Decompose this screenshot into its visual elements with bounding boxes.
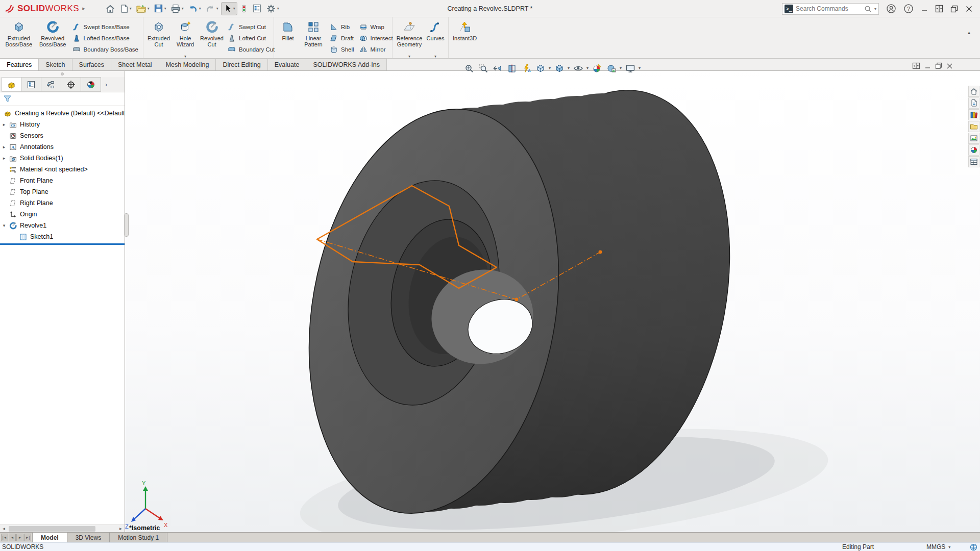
panel-splitter-handle[interactable] — [124, 213, 129, 237]
curves-flyout-arrow[interactable]: ▾ — [434, 54, 436, 59]
search-commands-box[interactable]: >_ ▾ — [782, 3, 879, 15]
close-document-button[interactable] — [946, 63, 953, 69]
options-button[interactable]: ▾ — [264, 2, 281, 15]
task-pane-home-tab[interactable] — [968, 86, 979, 97]
swept-boss-base-button[interactable]: Swept Boss/Base — [72, 22, 138, 33]
revolved-boss-base-button[interactable]: Revolved Boss/Base — [36, 18, 70, 58]
home-button[interactable] — [104, 2, 117, 15]
panel-splitter-grip[interactable] — [0, 71, 125, 77]
task-pane-custom-properties-tab[interactable] — [968, 156, 979, 167]
new-document-button[interactable]: ▾ — [118, 2, 133, 15]
tree-item-solid-bodies[interactable]: ▸ Solid Bodies(1) — [0, 153, 125, 164]
select-tool-button[interactable]: ▾ — [221, 2, 237, 15]
scrollbar-thumb[interactable] — [9, 526, 95, 532]
expand-arrow-icon[interactable]: ▸ — [0, 122, 8, 127]
tab-3d-views[interactable]: 3D Views — [67, 533, 110, 542]
previous-view-button[interactable] — [491, 62, 504, 74]
tab-evaluate[interactable]: Evaluate — [268, 59, 307, 70]
tree-item-root[interactable]: Creating a Revolve (Default) <<Default> — [0, 108, 125, 119]
help-button[interactable]: ? — [903, 4, 914, 14]
hole-wizard-flyout-arrow[interactable]: ▾ — [184, 54, 186, 59]
view-settings-dropdown-arrow[interactable]: ▾ — [639, 66, 641, 70]
lofted-boss-base-button[interactable]: Lofted Boss/Base — [72, 33, 138, 44]
tree-horizontal-scrollbar[interactable]: ◄ ► — [0, 524, 125, 532]
tab-display-manager[interactable] — [81, 77, 101, 92]
redo-button[interactable]: ▾ — [204, 2, 220, 15]
tab-feature-manager-tree[interactable] — [2, 77, 21, 92]
collapse-arrow-icon[interactable]: ▾ — [0, 223, 8, 228]
tab-mesh-modeling[interactable]: Mesh Modeling — [159, 59, 216, 70]
close-button[interactable] — [965, 5, 973, 13]
minimize-document-button[interactable] — [924, 63, 931, 69]
next-tab-button[interactable]: ► — [16, 534, 23, 541]
hole-wizard-button[interactable]: Hole Wizard ▾ — [172, 18, 199, 58]
tab-solidworks-add-ins[interactable]: SOLIDWORKS Add-Ins — [306, 59, 387, 70]
model-3d-scene[interactable]: Y X Z — [125, 71, 980, 532]
display-settings-button[interactable] — [251, 2, 263, 15]
extruded-boss-base-button[interactable]: Extruded Boss/Base — [2, 18, 36, 58]
tree-item-origin[interactable]: Origin — [0, 209, 125, 220]
lofted-cut-button[interactable]: Lofted Cut — [228, 33, 275, 44]
login-button[interactable] — [886, 4, 896, 14]
reference-geometry-flyout-arrow[interactable]: ▾ — [408, 54, 410, 59]
expand-arrow-icon[interactable]: ▸ — [0, 156, 8, 161]
task-pane-appearances-tab[interactable] — [968, 144, 979, 156]
curves-button[interactable]: Curves ▾ — [424, 18, 447, 58]
hide-show-items-button[interactable] — [572, 62, 584, 74]
search-input[interactable] — [796, 5, 862, 12]
tab-property-manager[interactable] — [21, 77, 41, 92]
ribbon-collapse-arrow[interactable]: ▴ — [968, 30, 970, 35]
tab-motion-study-1[interactable]: Motion Study 1 — [110, 533, 167, 542]
open-button[interactable]: ▾ — [134, 2, 151, 15]
display-style-dropdown-arrow[interactable]: ▾ — [568, 66, 570, 70]
logo-flyout-arrow[interactable]: ▸ — [82, 5, 85, 12]
panel-tabs-flyout-arrow[interactable]: › — [101, 77, 111, 92]
view-orientation-dropdown-arrow[interactable]: ▾ — [549, 66, 551, 70]
task-pane-design-library-tab[interactable] — [968, 109, 979, 120]
restore-document-button[interactable] — [935, 62, 942, 69]
web-help-globe-icon[interactable] — [970, 543, 977, 551]
view-orientation-button[interactable] — [534, 62, 547, 74]
shell-button[interactable]: Shell — [330, 44, 354, 55]
rebuild-button[interactable] — [238, 2, 250, 15]
task-pane-view-palette-tab[interactable] — [968, 133, 979, 144]
tree-item-revolve1[interactable]: ▾ Revolve1 — [0, 220, 125, 231]
tree-item-history[interactable]: ▸ History — [0, 119, 125, 130]
swept-cut-button[interactable]: Swept Cut — [228, 22, 275, 33]
tab-dimxpert-manager[interactable] — [61, 77, 81, 92]
boundary-boss-base-button[interactable]: Boundary Boss/Base — [72, 44, 138, 55]
intersect-button[interactable]: Intersect — [359, 33, 393, 44]
search-dropdown-arrow[interactable]: ▾ — [874, 7, 876, 11]
units-dropdown-arrow[interactable]: ▾ — [948, 545, 950, 549]
tab-model[interactable]: Model — [32, 533, 67, 542]
revolved-cut-button[interactable]: Revolved Cut — [199, 18, 225, 58]
undo-button[interactable]: ▾ — [186, 2, 203, 15]
dynamic-annotation-views-button[interactable]: A — [520, 62, 532, 74]
rib-button[interactable]: Rib — [330, 22, 354, 33]
tab-features[interactable]: Features — [0, 59, 39, 70]
tree-item-sensors[interactable]: Sensors — [0, 130, 125, 141]
previous-tab-button[interactable]: ◄ — [9, 534, 16, 541]
fillet-button[interactable]: Fillet — [276, 18, 300, 58]
zoom-to-fit-button[interactable] — [462, 62, 475, 74]
tree-item-annotations[interactable]: ▸ A Annotations — [0, 141, 125, 153]
filter-funnel-icon[interactable] — [3, 94, 12, 103]
tree-item-top-plane[interactable]: Top Plane — [0, 186, 125, 197]
print-button[interactable]: ▾ — [169, 2, 185, 15]
mirror-button[interactable]: Mirror — [359, 44, 393, 55]
view-settings-button[interactable] — [624, 62, 636, 74]
draft-button[interactable]: Draft — [330, 33, 354, 44]
tab-sheet-metal[interactable]: Sheet Metal — [111, 59, 159, 70]
save-button[interactable]: ▾ — [152, 2, 168, 15]
expand-arrow-icon[interactable]: ▸ — [0, 144, 8, 149]
tab-direct-editing[interactable]: Direct Editing — [216, 59, 267, 70]
graphics-viewport[interactable]: Y X Z *Isometric — [125, 71, 980, 532]
unit-system-selector[interactable]: MMGS▾ — [926, 543, 950, 550]
search-icon[interactable] — [864, 5, 872, 13]
tree-item-front-plane[interactable]: Front Plane — [0, 175, 125, 186]
last-tab-button[interactable]: ►| — [24, 534, 31, 541]
hide-show-dropdown-arrow[interactable]: ▾ — [586, 66, 589, 70]
tree-item-right-plane[interactable]: Right Plane — [0, 197, 125, 209]
scroll-right-arrow[interactable]: ► — [117, 525, 125, 533]
apply-scene-button[interactable] — [605, 62, 618, 74]
